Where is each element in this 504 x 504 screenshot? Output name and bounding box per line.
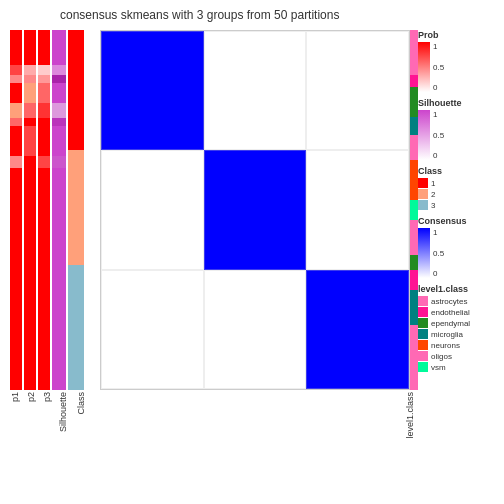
legend-title-prob: Prob: [418, 30, 503, 40]
legend-item-label: 3: [431, 201, 435, 210]
strip-segment: [10, 65, 22, 75]
strip-segment: [10, 75, 22, 83]
legend-item-label: oligos: [431, 352, 452, 361]
bottom-label-p2: p2: [26, 392, 40, 402]
legend-color-swatch: [418, 318, 428, 328]
strip-segment: [10, 156, 22, 168]
legend-silhouette: Silhouette10.50: [418, 98, 503, 160]
strip-segment: [68, 30, 84, 150]
strip-segment: [52, 65, 66, 75]
right-strip-segment: [410, 255, 418, 270]
strip-segment: [52, 126, 66, 156]
strip-class: [68, 30, 84, 390]
heatmap-cell-2-2: [306, 270, 409, 389]
heatmap-cell-0-0: [101, 31, 204, 150]
legend-title-silhouette: Silhouette: [418, 98, 503, 108]
legend-item-label: 1: [431, 179, 435, 188]
heatmap-cell-2-1: [204, 270, 307, 389]
legend-color-swatch: [418, 189, 428, 199]
legend-color-swatch: [418, 340, 428, 350]
legend-tick-label: 0.5: [433, 131, 444, 140]
gradient-bar: [418, 110, 430, 160]
strip-segment: [38, 65, 50, 75]
strip-segment: [10, 168, 22, 390]
heatmap-grid: [100, 30, 410, 390]
strip-p2: [24, 30, 36, 390]
strip-p3: [38, 30, 50, 390]
legend-item: ependymal: [418, 318, 503, 328]
right-strip-segment: [410, 160, 418, 200]
legend-color-swatch: [418, 362, 428, 372]
legend-item: neurons: [418, 340, 503, 350]
strip-segment: [52, 156, 66, 168]
legend-title: level1.class: [418, 284, 503, 294]
right-strip-segment: [410, 135, 418, 160]
legend-item-label: microglia: [431, 330, 463, 339]
strip-segment: [10, 118, 22, 126]
legend-consensus: Consensus10.50: [418, 216, 503, 278]
legend-title-consensus: Consensus: [418, 216, 503, 226]
strip-segment: [52, 168, 66, 390]
right-strip-segment: [410, 117, 418, 135]
legend-item-label: neurons: [431, 341, 460, 350]
strip-segment: [24, 168, 36, 390]
strip-segment: [68, 265, 84, 390]
heatmap-cell-1-1: [204, 150, 307, 269]
level1-class-label: level1.class: [405, 392, 415, 439]
legend-tick-label: 0: [433, 151, 437, 160]
right-strip-segment: [410, 75, 418, 87]
strip-segment: [24, 118, 36, 126]
right-strip-segment: [410, 325, 418, 390]
strip-segment: [38, 103, 50, 118]
legend-tick-label: 1: [433, 42, 437, 51]
legend-tick-label: 0: [433, 269, 437, 278]
strip-segment: [24, 156, 36, 168]
legend-color-swatch: [418, 178, 428, 188]
legend-tick-label: 1: [433, 110, 437, 119]
legend-item: microglia: [418, 329, 503, 339]
strip-segment: [10, 126, 22, 156]
gradient-bar: [418, 228, 430, 278]
legend-item: vsm: [418, 362, 503, 372]
legend-tick-label: 1: [433, 228, 437, 237]
legend-item-label: 2: [431, 190, 435, 199]
legend-item-label: astrocytes: [431, 297, 467, 306]
legend-item: 2: [418, 189, 503, 199]
legend-color-swatch: [418, 200, 428, 210]
bottom-axis-labels: p1p2p3SilhouetteClass: [10, 392, 98, 432]
strip-segment: [24, 75, 36, 83]
strip-segment: [24, 65, 36, 75]
bottom-label-p1: p1: [10, 392, 24, 402]
left-strips: [10, 30, 98, 390]
chart-container: consensus skmeans with 3 groups from 50 …: [0, 0, 504, 504]
legend-color-swatch: [418, 307, 428, 317]
legend-item: 3: [418, 200, 503, 210]
strip-segment: [24, 30, 36, 65]
strip-segment: [38, 75, 50, 83]
bottom-label-silhouette: Silhouette: [58, 392, 74, 432]
strip-segment: [38, 83, 50, 103]
strip-segment: [38, 168, 50, 390]
heatmap: [100, 30, 410, 390]
right-strip-segment: [410, 290, 418, 325]
strip-segment: [24, 83, 36, 103]
legend-tick-label: 0.5: [433, 249, 444, 258]
legend-title: Class: [418, 166, 503, 176]
legend-prob: Prob10.50: [418, 30, 503, 92]
legend-item-label: vsm: [431, 363, 446, 372]
legend-color-swatch: [418, 296, 428, 306]
gradient-bar: [418, 42, 430, 92]
bottom-label-p3: p3: [42, 392, 56, 402]
right-strip-segment: [410, 270, 418, 290]
strip-segment: [10, 83, 22, 103]
legend-color-swatch: [418, 351, 428, 361]
strip-segment: [38, 126, 50, 156]
legend-class: Class123: [418, 166, 503, 210]
right-strip-segment: [410, 87, 418, 117]
strip-segment: [52, 30, 66, 65]
heatmap-cell-1-2: [306, 150, 409, 269]
strip-segment: [38, 118, 50, 126]
strip-segment: [68, 150, 84, 265]
strip-segment: [52, 75, 66, 83]
strip-segment: [10, 103, 22, 118]
